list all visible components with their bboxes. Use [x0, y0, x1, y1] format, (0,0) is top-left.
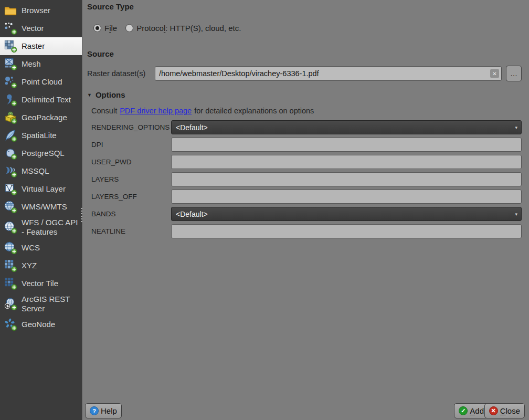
protocol-radio[interactable] — [125, 24, 133, 32]
protocol-radio-option[interactable]: Protocol: HTTP(S), cloud, etc. — [125, 24, 241, 33]
sidebar-item-wms-wmts[interactable]: WMS/WMTS — [0, 198, 82, 216]
mesh-icon — [4, 57, 17, 71]
sidebar-item-label: Browser — [22, 6, 50, 15]
dropdown-arrow-icon: ▾ — [515, 125, 517, 130]
pdf-driver-help-link[interactable]: PDF driver help page — [120, 107, 192, 115]
help-icon: ? — [90, 406, 99, 415]
sidebar-item-postgresql[interactable]: PostgreSQL — [0, 144, 82, 162]
source-header: Source — [87, 49, 114, 58]
sidebar-item-label: ArcGIS REST Server — [22, 295, 80, 313]
selected-value: <Default> — [176, 210, 208, 218]
neatline-label: NEATLINE — [91, 227, 171, 235]
sidebar-item-geonode[interactable]: GeoNode — [0, 316, 82, 333]
sidebar-item-label: GeoNode — [22, 320, 55, 329]
geonode-pinwheel-icon — [4, 318, 17, 331]
sidebar-item-point-cloud[interactable]: Point Cloud — [0, 73, 82, 91]
file-radio-option[interactable]: File — [93, 24, 117, 33]
comma-icon — [4, 93, 17, 107]
raster-source-panel: Source Type File Protocol: HTTP(S), clou… — [82, 0, 529, 420]
raster-dataset-input[interactable] — [155, 66, 502, 81]
dropdown-arrow-icon: ▾ — [515, 212, 517, 217]
data-source-manager-dialog: Browser Vector Raster — [0, 0, 529, 420]
sidebar-item-virtual-layer[interactable]: Virtual Layer — [0, 180, 82, 198]
clear-input-icon[interactable]: ✕ — [490, 69, 499, 78]
sidebar-item-mesh[interactable]: Mesh — [0, 55, 82, 73]
dpi-row: DPI — [91, 138, 522, 152]
consult-prefix: Consult — [91, 107, 117, 115]
sidebar-item-label: WCS — [22, 243, 40, 253]
add-button[interactable]: ✓ Add — [454, 403, 489, 418]
vector-tile-icon — [4, 277, 17, 290]
sidebar-item-vector-tile[interactable]: Vector Tile — [0, 275, 82, 292]
sidebar-item-label: Delimited Text — [22, 95, 71, 104]
file-radio[interactable] — [93, 24, 101, 32]
virtual-layer-icon — [4, 182, 17, 196]
protocol-radio-label: Protocol: HTTP(S), cloud, etc. — [136, 24, 241, 33]
options-collapsible-header[interactable]: ▼ Options — [87, 90, 125, 99]
xyz-tiles-icon — [4, 259, 17, 272]
sidebar-item-label: Virtual Layer — [22, 184, 66, 194]
selected-value: <Default> — [176, 123, 208, 132]
help-button-label: Help — [101, 406, 117, 415]
bands-label: BANDS — [91, 210, 171, 218]
sidebar-item-arcgis-rest-server[interactable]: ArcGIS REST Server — [0, 292, 82, 316]
sidebar-item-vector[interactable]: Vector — [0, 19, 82, 37]
user-pwd-label: USER_PWD — [91, 158, 171, 166]
sidebar-item-label: PostgreSQL — [22, 149, 65, 158]
sidebar-item-label: XYZ — [22, 261, 37, 270]
point-cloud-icon — [4, 75, 17, 89]
user-pwd-row: USER_PWD — [91, 155, 522, 169]
wcs-globe-icon — [4, 241, 17, 255]
layers-label: LAYERS — [91, 175, 171, 183]
arcgis-globe-icon — [4, 297, 17, 311]
close-button[interactable]: ✕ Close — [484, 403, 525, 418]
wms-globe-icon — [4, 200, 17, 214]
help-button[interactable]: ? Help — [85, 403, 122, 418]
geopackage-icon — [4, 111, 17, 124]
sidebar-item-wfs-ogc-api-features[interactable]: WFS / OGC API - Features — [0, 216, 82, 239]
user-pwd-input[interactable] — [171, 155, 522, 169]
consult-help-line: Consult PDF driver help page for detaile… — [91, 107, 314, 115]
sidebar-item-mssql[interactable]: MSSQL — [0, 162, 82, 180]
dpi-input[interactable] — [171, 138, 522, 152]
bands-select[interactable]: <Default> ▾ — [171, 207, 522, 221]
sidebar-item-label: Raster — [22, 41, 45, 51]
sidebar-item-xyz[interactable]: XYZ — [0, 257, 82, 275]
collapse-triangle-icon: ▼ — [87, 92, 92, 98]
rendering-options-row: RENDERING_OPTIONS <Default> ▾ — [91, 120, 522, 134]
sidebar-item-label: MSSQL — [22, 166, 49, 176]
add-check-icon: ✓ — [459, 406, 468, 415]
layers-off-input[interactable] — [171, 190, 522, 204]
neatline-row: NEATLINE — [91, 224, 522, 238]
neatline-input[interactable] — [171, 224, 522, 238]
wfs-globe-icon — [4, 220, 17, 234]
sidebar-item-label: Mesh — [22, 59, 41, 69]
raster-dataset-label: Raster dataset(s) — [87, 69, 155, 78]
close-button-label: Close — [500, 406, 520, 415]
add-button-label: Add — [470, 406, 484, 415]
rendering-options-label: RENDERING_OPTIONS — [91, 123, 171, 131]
sidebar-item-delimited-text[interactable]: Delimited Text — [0, 91, 82, 109]
sidebar-item-label: Point Cloud — [22, 77, 62, 87]
source-type-radio-group: File Protocol: HTTP(S), cloud, etc. — [93, 24, 241, 33]
rendering-options-select[interactable]: <Default> ▾ — [171, 120, 522, 134]
options-header-label: Options — [96, 90, 125, 99]
browse-button[interactable]: … — [506, 66, 522, 81]
file-radio-label: File — [104, 24, 117, 33]
sidebar-item-wcs[interactable]: WCS — [0, 239, 82, 257]
bands-row: BANDS <Default> ▾ — [91, 207, 522, 221]
raster-icon — [4, 39, 17, 53]
layers-off-row: LAYERS_OFF — [91, 190, 522, 204]
sidebar-item-spatialite[interactable]: SpatiaLite — [0, 127, 82, 144]
source-type-header: Source Type — [87, 2, 134, 11]
feather-icon — [4, 129, 17, 142]
sidebar-item-browser[interactable]: Browser — [0, 2, 82, 19]
vector-points-icon — [4, 22, 17, 35]
elephant-icon — [4, 146, 17, 160]
sidebar-item-label: SpatiaLite — [22, 131, 57, 140]
close-x-icon: ✕ — [489, 406, 498, 415]
layers-input[interactable] — [171, 172, 522, 186]
sidebar-item-raster[interactable]: Raster — [0, 37, 82, 55]
sidebar-item-geopackage[interactable]: GeoPackage — [0, 109, 82, 127]
sidebar-item-label: WFS / OGC API - Features — [22, 218, 80, 237]
